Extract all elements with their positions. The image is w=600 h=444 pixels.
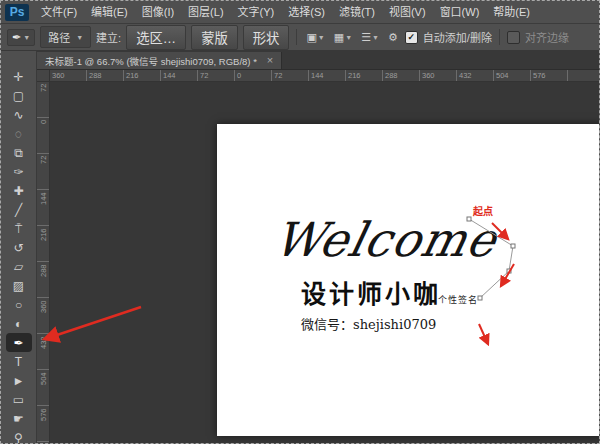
ruler-number: 288 — [87, 70, 124, 81]
tool-mode-value: 路径 — [48, 29, 70, 45]
menu-item[interactable]: 编辑(E) — [84, 1, 135, 23]
ps-logo: Ps — [5, 4, 29, 21]
blur-tool[interactable]: ○ — [6, 295, 32, 314]
gradient-tool[interactable]: ▨ — [6, 276, 32, 295]
document-window: 未标题-1 @ 66.7% (微信号 shejishi0709, RGB/8) … — [37, 51, 599, 443]
ruler-number: 504 — [494, 70, 531, 81]
ruler-number: 144 — [161, 70, 198, 81]
make-label: 建立: — [96, 29, 121, 45]
chevron-down-icon: ▼ — [23, 34, 30, 41]
menu-item[interactable]: 文件(F) — [34, 1, 84, 23]
ruler-number: 288 — [39, 262, 48, 298]
menu-items: 文件(F)编辑(E)图像(I)图层(L)文字(Y)选择(S)滤镜(T)视图(V)… — [34, 1, 537, 23]
ruler-number: 144 — [39, 190, 48, 226]
tool-mode-dropdown[interactable]: 路径 ▼ — [40, 26, 91, 48]
document-tab-title: 未标题-1 @ 66.7% (微信号 shejishi0709, RGB/8) … — [45, 54, 257, 68]
ruler-number: 432 — [39, 334, 48, 370]
ruler-number: 72 — [272, 70, 309, 81]
auto-add-delete-label: 自动添加/删除 — [423, 29, 492, 45]
make-selection-button[interactable]: 选区… — [126, 25, 186, 50]
menu-item[interactable]: 视图(V) — [382, 1, 433, 23]
menu-item[interactable]: 选择(S) — [281, 1, 332, 23]
tool-preset-picker[interactable]: ✒ ▼ — [7, 29, 35, 46]
ruler-number: 360 — [39, 298, 48, 334]
make-mask-button[interactable]: 蒙版 — [191, 25, 238, 50]
eyedropper-tool[interactable]: ✑ — [6, 162, 32, 181]
document-area: 72072144216288360432504576 Welcome 设计师小咖… — [37, 82, 599, 443]
ruler-number: 216 — [346, 70, 383, 81]
main-area: ✛▢∿◌⧉✑✚╱⍑↺▱▨○◐✒T►▭☛⚲ 未标题-1 @ 66.7% (微信号 … — [1, 51, 599, 443]
annotation-arrow — [479, 324, 488, 344]
annotation-arrow — [501, 264, 514, 286]
ruler-number: 216 — [39, 226, 48, 262]
ruler-number: 72 — [198, 70, 235, 81]
tool-options-bar: ✒ ▼ 路径 ▼ 建立: 选区… 蒙版 形状 ▣ ▼ ▦ ▼ ☰ ▼ ⚙ ✓ 自… — [1, 24, 599, 51]
ruler-corner — [37, 70, 50, 82]
ruler-number: 576 — [531, 70, 568, 81]
zoom-tool[interactable]: ⚲ — [6, 428, 32, 444]
eraser-tool[interactable]: ▱ — [6, 257, 32, 276]
brush-tool[interactable]: ╱ — [6, 200, 32, 219]
ruler-number: 0 — [39, 118, 48, 154]
separator — [296, 29, 297, 45]
path-selection-tool[interactable]: ► — [6, 371, 32, 390]
tools-panel: ✛▢∿◌⧉✑✚╱⍑↺▱▨○◐✒T►▭☛⚲ — [1, 51, 37, 443]
document-canvas[interactable]: Welcome 设计师小咖 个性签名 微信号：shejishi0709 起点 — [217, 124, 599, 436]
document-tab[interactable]: 未标题-1 @ 66.7% (微信号 shejishi0709, RGB/8) … — [37, 52, 282, 69]
vertical-ruler[interactable]: 72072144216288360432504576 — [37, 82, 50, 443]
chevron-down-icon: ▼ — [318, 34, 325, 41]
type-tool[interactable]: T — [6, 352, 32, 371]
quick-selection-tool[interactable]: ◌ — [6, 124, 32, 143]
pen-tool[interactable]: ✒ — [6, 333, 32, 352]
marquee-tool[interactable]: ▢ — [6, 86, 32, 105]
tab-close-icon[interactable]: × — [267, 55, 273, 66]
lasso-tool[interactable]: ∿ — [6, 105, 32, 124]
signature-subtitle-text: 个性签名 — [438, 293, 478, 306]
ruler-number: 72 — [39, 82, 48, 118]
ruler-number: 288 — [383, 70, 420, 81]
ruler-number: 72 — [39, 154, 48, 190]
healing-brush-tool[interactable]: ✚ — [6, 181, 32, 200]
menu-item[interactable]: 滤镜(T) — [332, 1, 382, 23]
ruler-number: 504 — [39, 370, 48, 406]
dodge-tool[interactable]: ◐ — [6, 314, 32, 333]
path-alignment-button[interactable]: ▦ ▼ — [332, 30, 354, 45]
crop-tool[interactable]: ⧉ — [6, 143, 32, 162]
pen-tool-icon: ✒ — [12, 31, 21, 44]
start-point-label: 起点 — [473, 203, 493, 218]
history-brush-tool[interactable]: ↺ — [6, 238, 32, 257]
ruler-number: 360 — [50, 70, 87, 81]
chevron-down-icon: ▼ — [372, 34, 379, 41]
menu-bar: Ps 文件(F)编辑(E)图像(I)图层(L)文字(Y)选择(S)滤镜(T)视图… — [1, 1, 599, 24]
ruler-number: 0 — [235, 70, 272, 81]
ruler-number: 144 — [309, 70, 346, 81]
ruler-number: 360 — [420, 70, 457, 81]
path-operations-button[interactable]: ▣ ▼ — [304, 30, 326, 45]
ruler-number: 576 — [39, 406, 48, 442]
ruler-number: 216 — [124, 70, 161, 81]
path-operations-icon: ▣ — [306, 31, 316, 44]
clone-stamp-tool[interactable]: ⍑ — [6, 219, 32, 238]
path-anchor-point — [507, 269, 511, 273]
hand-tool[interactable]: ☛ — [6, 409, 32, 428]
menu-item[interactable]: 帮助(E) — [486, 1, 537, 23]
make-shape-button[interactable]: 形状 — [243, 25, 290, 50]
align-edges-label: 对齐边缘 — [525, 29, 569, 45]
wechat-id-text: 微信号：shejishi0709 — [301, 314, 436, 333]
ruler-number: 432 — [457, 70, 494, 81]
path-arrangement-button[interactable]: ☰ ▼ — [359, 30, 381, 45]
chevron-down-icon: ▼ — [345, 34, 352, 41]
canvas-workspace[interactable]: Welcome 设计师小咖 个性签名 微信号：shejishi0709 起点 — [50, 82, 599, 443]
move-tool[interactable]: ✛ — [6, 67, 32, 86]
pen-options-gear-button[interactable]: ⚙ — [386, 30, 400, 45]
ruler-row: 36028821614472072144216288360432504576 — [37, 70, 599, 82]
designer-title-text: 设计师小咖 — [301, 274, 441, 310]
menu-item[interactable]: 窗口(W) — [433, 1, 487, 23]
horizontal-ruler[interactable]: 36028821614472072144216288360432504576 — [50, 70, 599, 82]
menu-item[interactable]: 图像(I) — [135, 1, 181, 23]
menu-item[interactable]: 文字(Y) — [231, 1, 282, 23]
align-edges-checkbox[interactable] — [507, 31, 520, 44]
shape-tool[interactable]: ▭ — [6, 390, 32, 409]
menu-item[interactable]: 图层(L) — [181, 1, 230, 23]
auto-add-delete-checkbox[interactable]: ✓ — [405, 31, 418, 44]
